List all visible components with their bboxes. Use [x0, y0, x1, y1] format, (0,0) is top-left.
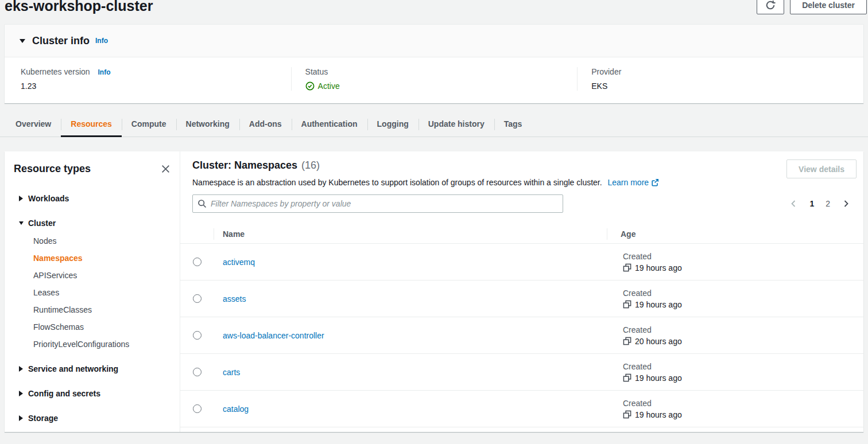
close-sidebar-button[interactable]	[158, 162, 173, 176]
table-row: assets Created 19 hours ago	[180, 281, 863, 317]
table-row: activemq Created 19 hours ago	[180, 244, 863, 281]
age-value-text: 19 hours ago	[635, 300, 682, 309]
group-label: Storage	[28, 414, 58, 423]
group-label: Cluster	[28, 219, 56, 228]
status-badge: Active	[305, 81, 578, 91]
table-row: carts Created 19 hours ago	[180, 354, 863, 391]
page-title: eks-workshop-cluster	[5, 0, 868, 14]
group-config-secrets-toggle[interactable]: Config and secrets	[14, 385, 173, 402]
sidebar-title: Resource types	[14, 163, 91, 175]
provider-label: Provider	[591, 67, 863, 76]
copy-icon[interactable]	[623, 300, 631, 309]
namespace-link[interactable]: aws-load-balancer-controller	[223, 331, 324, 340]
table-row: aws-load-balancer-controller Created 20 …	[180, 317, 863, 354]
sidebar-item-runtimeclasses[interactable]: RuntimeClasses	[14, 301, 173, 318]
tab-compute[interactable]: Compute	[122, 111, 176, 137]
group-label: Config and secrets	[28, 389, 100, 398]
group-cluster-toggle[interactable]: Cluster	[14, 215, 173, 232]
namespace-link[interactable]: activemq	[223, 258, 255, 267]
close-icon	[161, 164, 170, 174]
refresh-icon	[765, 0, 776, 10]
cluster-sub-list: Nodes Namespaces APIServices Leases Runt…	[14, 232, 173, 353]
table-count: (16)	[301, 159, 320, 172]
search-icon	[197, 199, 207, 208]
kubernetes-version-value: 1.23	[21, 81, 291, 91]
namespace-link[interactable]: carts	[223, 368, 240, 377]
group-storage: Storage	[14, 410, 173, 427]
tab-logging[interactable]: Logging	[367, 111, 418, 137]
sidebar-item-flowschemas[interactable]: FlowSchemas	[14, 318, 173, 336]
page-1-button[interactable]: 1	[805, 197, 819, 211]
status-label: Status	[305, 67, 578, 76]
refresh-button[interactable]	[757, 0, 784, 14]
group-config-and-secrets: Config and secrets	[14, 385, 173, 402]
group-label: Workloads	[28, 194, 69, 203]
row-radio[interactable]	[193, 331, 202, 340]
age-created-label: Created	[623, 325, 863, 334]
sidebar-item-prioritylevelconfigurations[interactable]: PriorityLevelConfigurations	[14, 336, 173, 353]
tab-add-ons[interactable]: Add-ons	[239, 111, 292, 137]
row-radio[interactable]	[193, 294, 202, 303]
group-cluster: Cluster Nodes Namespaces APIServices Lea…	[14, 215, 173, 353]
tab-networking[interactable]: Networking	[176, 111, 239, 137]
row-radio[interactable]	[193, 368, 202, 376]
table-title: Cluster: Namespaces	[192, 159, 297, 172]
learn-more-link[interactable]: Learn more	[608, 178, 660, 187]
group-storage-toggle[interactable]: Storage	[14, 410, 173, 427]
header-actions: Delete cluster	[757, 0, 867, 14]
page-2-button[interactable]: 2	[821, 197, 835, 211]
copy-icon[interactable]	[623, 410, 631, 419]
copy-icon[interactable]	[623, 373, 631, 382]
sidebar-item-namespaces[interactable]: Namespaces	[14, 250, 173, 267]
cluster-info-title: Cluster info	[32, 35, 90, 47]
previous-page-button[interactable]	[784, 197, 803, 211]
caret-right-icon	[19, 366, 28, 372]
age-created-label: Created	[623, 289, 863, 298]
tab-overview[interactable]: Overview	[6, 111, 61, 137]
cluster-info-header[interactable]: Cluster info Info	[5, 25, 863, 57]
age-value-text: 20 hours ago	[635, 337, 682, 346]
caret-right-icon	[19, 415, 28, 421]
cluster-info-info-link[interactable]: Info	[95, 37, 108, 45]
status-ok-icon	[305, 81, 315, 91]
description-text: Namespace is an abstraction used by Kube…	[192, 178, 602, 187]
resource-types-sidebar: Resource types Workloads Cluster Nodes N…	[5, 151, 180, 432]
tab-tags[interactable]: Tags	[494, 111, 532, 137]
namespace-link[interactable]: assets	[223, 294, 246, 303]
namespace-link[interactable]: catalog	[223, 404, 249, 414]
copy-icon[interactable]	[623, 263, 631, 272]
filter-namespaces-input[interactable]	[211, 199, 558, 208]
field-label: Kubernetes version Info	[21, 67, 291, 76]
delete-cluster-button[interactable]: Delete cluster	[790, 0, 867, 14]
kubernetes-version-info-link[interactable]: Info	[98, 68, 111, 76]
age-value-text: 19 hours ago	[635, 263, 682, 272]
next-page-button[interactable]	[837, 197, 855, 211]
sidebar-item-nodes[interactable]: Nodes	[14, 232, 173, 250]
kubernetes-version-label: Kubernetes version	[21, 67, 90, 76]
group-workloads-toggle[interactable]: Workloads	[14, 190, 173, 207]
caret-right-icon	[19, 391, 28, 396]
view-details-button[interactable]: View details	[786, 159, 857, 178]
age-created-label: Created	[623, 252, 863, 261]
age-created-label: Created	[623, 362, 863, 371]
row-radio[interactable]	[193, 258, 202, 266]
tab-resources[interactable]: Resources	[61, 111, 122, 137]
row-radio[interactable]	[193, 404, 202, 413]
tab-update-history[interactable]: Update history	[418, 111, 494, 137]
chevron-right-icon	[842, 199, 851, 208]
learn-more-text: Learn more	[608, 178, 649, 187]
tab-bar: Overview Resources Compute Networking Ad…	[0, 111, 868, 137]
namespaces-table: Name Age activemq Created 19 hours ago	[180, 224, 863, 427]
copy-icon[interactable]	[623, 337, 631, 345]
sidebar-item-apiservices[interactable]: APIServices	[14, 267, 173, 284]
group-workloads: Workloads	[14, 190, 173, 207]
field-status: Status Active	[291, 67, 578, 91]
sidebar-item-leases[interactable]: Leases	[14, 284, 173, 301]
resources-card: Resource types Workloads Cluster Nodes N…	[5, 151, 863, 432]
cluster-info-body: Kubernetes version Info 1.23 Status Acti…	[5, 57, 863, 103]
tab-authentication[interactable]: Authentication	[292, 111, 367, 137]
table-row: catalog Created 19 hours ago	[180, 391, 863, 427]
group-service-networking-toggle[interactable]: Service and networking	[14, 360, 173, 377]
namespaces-main: Cluster: Namespaces (16) Namespace is an…	[180, 151, 863, 432]
group-label: Service and networking	[28, 364, 118, 373]
